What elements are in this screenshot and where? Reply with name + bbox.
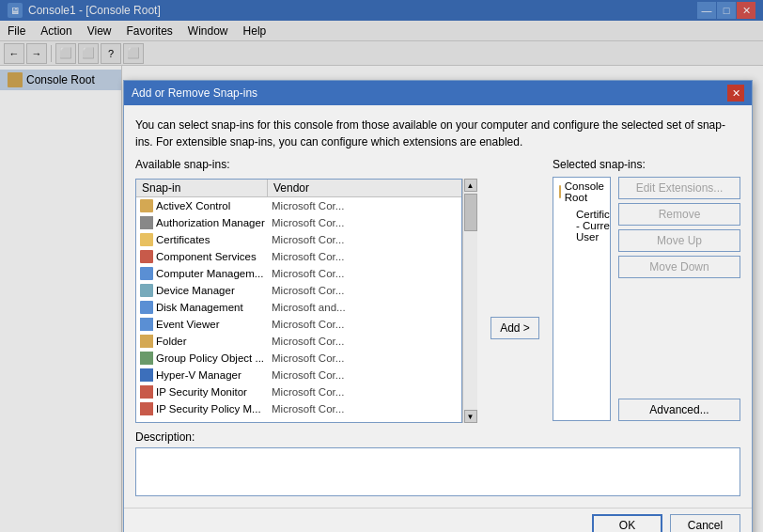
list-item[interactable]: Folder Microsoft Cor... bbox=[136, 333, 461, 350]
description-box bbox=[135, 447, 740, 496]
add-remove-snapins-dialog: Add or Remove Snap-ins ✕ You can select … bbox=[123, 80, 753, 532]
available-panel: Available snap-ins: Snap-in Vendor bbox=[135, 158, 477, 423]
snap-vendor: Microsoft and... bbox=[268, 301, 461, 314]
snap-name: Device Manager bbox=[156, 285, 235, 296]
component-icon bbox=[140, 250, 153, 263]
ok-button[interactable]: OK bbox=[592, 514, 662, 532]
dialog-footer: OK Cancel bbox=[124, 508, 752, 532]
advanced-button[interactable]: Advanced... bbox=[618, 399, 740, 421]
selected-snap-name: Console Root bbox=[565, 180, 604, 203]
device-icon bbox=[140, 284, 153, 297]
list-item[interactable]: IP Security Policy M... Microsoft Cor... bbox=[136, 400, 461, 417]
dialog-body: You can select snap-ins for this console… bbox=[124, 105, 752, 508]
scroll-thumb[interactable] bbox=[464, 194, 477, 231]
edit-extensions-button[interactable]: Edit Extensions... bbox=[618, 177, 740, 199]
snap-name: Disk Management bbox=[156, 302, 243, 313]
scrollbar[interactable]: ▲ ▼ bbox=[462, 179, 477, 423]
snap-vendor: Microsoft Cor... bbox=[268, 318, 461, 331]
cancel-button[interactable]: Cancel bbox=[670, 514, 740, 532]
add-button[interactable]: Add > bbox=[490, 317, 539, 339]
snap-vendor: Microsoft Cor... bbox=[268, 402, 461, 415]
available-snapins-list[interactable]: Snap-in Vendor ActiveX Control bbox=[135, 179, 462, 423]
snap-vendor: Microsoft Cor... bbox=[268, 216, 461, 229]
dialog-description: You can select snap-ins for this console… bbox=[135, 117, 740, 150]
dialog-overlay: Add or Remove Snap-ins ✕ You can select … bbox=[0, 0, 763, 532]
col-vendor: Vendor bbox=[268, 180, 461, 196]
list-item[interactable]: Console Root bbox=[553, 178, 610, 206]
ipsec-policy-icon bbox=[140, 402, 153, 415]
ipsec-monitor-icon bbox=[140, 385, 153, 399]
available-label: Available snap-ins: bbox=[135, 158, 477, 171]
list-item[interactable]: Component Services Microsoft Cor... bbox=[136, 248, 461, 265]
snap-vendor: Microsoft Cor... bbox=[268, 199, 461, 212]
selected-label: Selected snap-ins: bbox=[553, 158, 740, 171]
snap-name: Hyper-V Manager bbox=[156, 369, 241, 381]
snap-vendor: Microsoft Cor... bbox=[268, 250, 461, 263]
list-item[interactable]: Certificates Microsoft Cor... bbox=[136, 231, 461, 248]
snap-vendor: Microsoft Cor... bbox=[268, 368, 461, 382]
snap-name: Folder bbox=[156, 336, 187, 347]
list-item[interactable]: IP Security Monitor Microsoft Cor... bbox=[136, 383, 461, 400]
snap-name: Certificates bbox=[156, 234, 210, 245]
hyper-icon bbox=[140, 368, 153, 382]
auth-icon bbox=[140, 216, 153, 229]
description-section: Description: bbox=[135, 430, 740, 496]
list-item[interactable]: Hyper-V Manager Microsoft Cor... bbox=[136, 367, 461, 383]
list-item[interactable]: Device Manager Microsoft Cor... bbox=[136, 282, 461, 299]
gpo-icon bbox=[140, 352, 153, 365]
list-item[interactable]: Computer Managem... Microsoft Cor... bbox=[136, 265, 461, 282]
dialog-content: Available snap-ins: Snap-in Vendor bbox=[135, 158, 740, 423]
snap-name: Component Services bbox=[156, 251, 257, 262]
snap-vendor: Microsoft Cor... bbox=[268, 233, 461, 246]
col-snapin: Snap-in bbox=[136, 180, 268, 196]
list-item[interactable]: Event Viewer Microsoft Cor... bbox=[136, 316, 461, 333]
event-icon bbox=[140, 318, 153, 331]
selected-panel: Selected snap-ins: Console Root Certific… bbox=[553, 158, 740, 423]
snap-vendor: Microsoft Cor... bbox=[268, 267, 461, 280]
snap-name: IP Security Policy M... bbox=[156, 403, 261, 415]
snap-name: IP Security Monitor bbox=[156, 386, 247, 398]
snap-vendor: Microsoft Cor... bbox=[268, 335, 461, 348]
snap-name: Event Viewer bbox=[156, 319, 220, 330]
list-item[interactable]: ActiveX Control Microsoft Cor... bbox=[136, 197, 461, 214]
snap-vendor: Microsoft Cor... bbox=[268, 284, 461, 297]
description-label: Description: bbox=[135, 430, 740, 444]
snap-name: Authorization Manager bbox=[156, 217, 265, 228]
list-item[interactable]: Disk Management Microsoft and... bbox=[136, 299, 461, 316]
disk-icon bbox=[140, 301, 153, 314]
remove-button[interactable]: Remove bbox=[618, 203, 740, 226]
list-item[interactable]: Certificates - Current User bbox=[553, 206, 610, 245]
middle-panel: Add > bbox=[487, 158, 543, 423]
scroll-up[interactable]: ▲ bbox=[464, 179, 477, 192]
list-item[interactable]: Authorization Manager Microsoft Cor... bbox=[136, 214, 461, 231]
snap-name: Computer Managem... bbox=[156, 268, 263, 279]
move-down-button[interactable]: Move Down bbox=[618, 256, 740, 278]
dialog-title-bar: Add or Remove Snap-ins ✕ bbox=[124, 81, 752, 105]
snap-list-scroll[interactable]: ActiveX Control Microsoft Cor... Authori… bbox=[136, 197, 461, 422]
scroll-down[interactable]: ▼ bbox=[464, 410, 477, 423]
dialog-close-button[interactable]: ✕ bbox=[727, 85, 744, 102]
selected-snapins-list[interactable]: Console Root Certificates - Current User bbox=[553, 177, 611, 421]
snap-vendor: Microsoft Cor... bbox=[268, 385, 461, 399]
snap-vendor: Microsoft Cor... bbox=[268, 352, 461, 365]
cert-icon bbox=[140, 233, 153, 246]
dialog-title: Add or Remove Snap-ins bbox=[132, 86, 257, 100]
move-up-button[interactable]: Move Up bbox=[618, 229, 740, 252]
action-buttons: Edit Extensions... Remove Move Up Move D… bbox=[618, 177, 740, 421]
list-header: Snap-in Vendor bbox=[136, 180, 461, 197]
list-item[interactable]: Group Policy Object ... Microsoft Cor... bbox=[136, 350, 461, 367]
computer-icon bbox=[140, 267, 153, 280]
activex-icon bbox=[140, 199, 153, 212]
snap-name: ActiveX Control bbox=[156, 200, 230, 211]
selected-snap-name: Certificates - Current User bbox=[576, 209, 611, 243]
console-root-icon bbox=[559, 185, 561, 198]
snap-name: Group Policy Object ... bbox=[156, 352, 264, 364]
folder-snap-icon bbox=[140, 335, 153, 348]
